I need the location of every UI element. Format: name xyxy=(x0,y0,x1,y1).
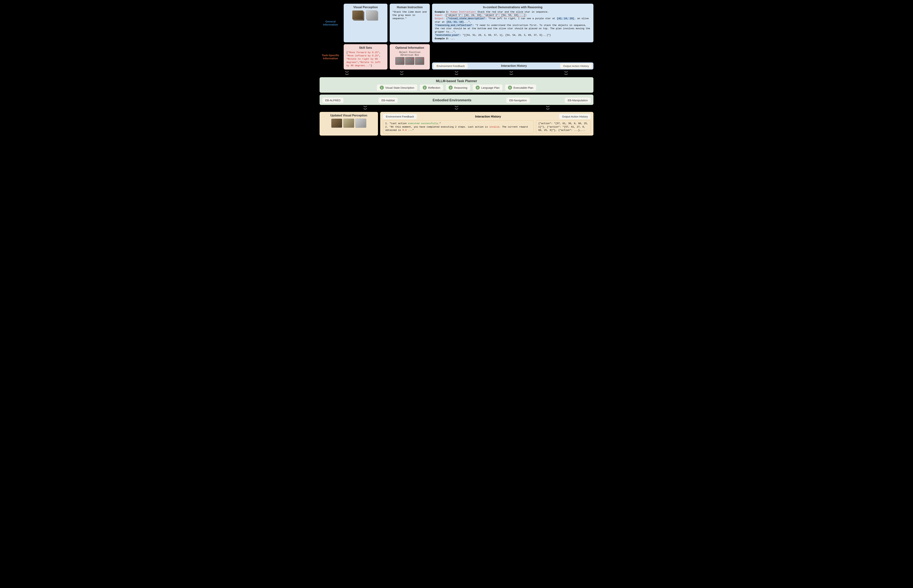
chevron-down-icon: ︾︾ xyxy=(345,71,349,76)
chevron-down-icon: ︾︾ xyxy=(455,71,458,76)
detection-boxes: 1 2 3 xyxy=(392,57,427,65)
demo-hi-label: Human Instruction xyxy=(450,11,475,13)
environments-title: Embodied Environments xyxy=(432,99,471,102)
history-top-col: Environment Feedback Interaction History… xyxy=(432,44,594,69)
feedback-content: 1. "Last action executed successfully." … xyxy=(383,120,534,134)
chevrons-2: ︾︾ ︾︾ ︾︾ xyxy=(319,106,594,111)
row-general: General Information Visual Perception Hu… xyxy=(319,4,594,42)
step-5: 5Executable Plan xyxy=(505,84,536,91)
planner-box: MLLM-based Task Planner 1Visual State De… xyxy=(319,77,594,93)
det-box-2: 2 xyxy=(405,57,414,65)
history-bottom-box: Environment Feedback Interaction History… xyxy=(380,112,594,136)
skill-sets-title: Skill Sets xyxy=(346,46,385,50)
det-box-3: 3 xyxy=(415,57,424,65)
env-feedback-label-top: Environment Feedback xyxy=(434,63,468,69)
human-instruction-title: Human Instruction xyxy=(392,6,427,9)
action-content: {"action": "[57, 61, 30, 0, 60, 25, 1]"}… xyxy=(536,120,591,134)
rr-key: "reasoning_and_reflection" xyxy=(435,24,473,27)
optional-line2: Detection Box xyxy=(392,54,427,57)
optional-line1: Object Position xyxy=(392,51,427,54)
updated-thumbs xyxy=(322,119,375,128)
demo-input-label: Input: xyxy=(435,14,444,16)
history-bottom-header: Environment Feedback Interaction History… xyxy=(383,114,591,119)
ep-key: "executable_plan" xyxy=(435,34,460,37)
interaction-history-top: Environment Feedback Interaction History… xyxy=(432,62,594,69)
history-title-top: Interaction History xyxy=(470,64,558,68)
step-4: 4Language Plan xyxy=(473,84,502,91)
action-history-label-top: Output Action History xyxy=(560,63,592,69)
row-task: Task-Specific Information Skill Sets ["M… xyxy=(319,44,594,69)
chevron-down-icon: ︾︾ xyxy=(546,106,550,111)
env-row: EB-ALFRED EB-Habitat Embodied Environmen… xyxy=(322,98,591,103)
skill-sets-code: ["Move forward by 0.25", "Move leftward … xyxy=(346,51,385,68)
vsd-key: "visual_state_description" xyxy=(448,17,486,20)
step-2: 2Reflection xyxy=(420,84,444,91)
env-feedback-label-bottom: Environment Feedback xyxy=(383,114,417,119)
visual-perception-title: Visual Perception xyxy=(346,6,385,9)
chevrons-1: ︾︾ ︾︾ ︾︾ ︾︾ ︾︾ xyxy=(319,71,594,76)
planner-steps: 1Visual State Description 2Reflection 3R… xyxy=(322,84,591,91)
demonstrations-box: In-context Demonstrations with Reasoning… xyxy=(432,4,594,42)
thumb xyxy=(355,119,366,128)
env-alfred: EB-ALFRED xyxy=(322,98,343,103)
label-general: General Information xyxy=(319,4,342,42)
thumb-stack-1 xyxy=(352,10,365,21)
chevron-down-icon: ︾︾ xyxy=(363,106,367,111)
chevron-down-icon: ︾︾ xyxy=(400,71,403,76)
demo-hi-text: : Stack the red star and the olive star … xyxy=(474,11,549,13)
ex1-label: Example 1: xyxy=(435,11,449,13)
demo-input-text: {'object 1': [42, 24, 19], 'object 2': [… xyxy=(445,14,526,17)
env-navigation: EB-Navigation xyxy=(506,98,530,103)
step-1: 1Visual State Description xyxy=(377,84,417,91)
thumb xyxy=(343,119,354,128)
chevron-down-icon: ︾︾ xyxy=(455,106,458,111)
human-instruction-box: Human Instruction "Stack the lime moon a… xyxy=(390,4,430,42)
diagram-root: General Information Visual Perception Hu… xyxy=(319,4,594,136)
updated-vp-title: Updated Visual Perception xyxy=(322,114,375,117)
environments-box: EB-ALFRED EB-Habitat Embodied Environmen… xyxy=(319,95,594,105)
thumb-stack-2 xyxy=(366,10,379,21)
ex2-label: Example 2: ... xyxy=(435,37,455,40)
optional-info-title: Optional Information xyxy=(392,46,427,50)
demo-output-label: Output: xyxy=(435,17,445,20)
env-habitat: EB-Habitat xyxy=(379,98,398,103)
planner-title: MLLM-based Task Planner xyxy=(322,79,591,83)
row-bottom: Updated Visual Perception Environment Fe… xyxy=(319,112,594,136)
skill-sets-box: Skill Sets ["Move forward by 0.25", "Mov… xyxy=(344,44,387,69)
demo-content: Example 1: Human Instruction: Stack the … xyxy=(435,10,591,40)
action-history-label-bottom: Output Action History xyxy=(559,114,591,119)
step-3: 3Reasoning xyxy=(446,84,470,91)
perception-thumbs xyxy=(346,10,385,21)
label-task: Task-Specific Information xyxy=(319,44,342,69)
human-instruction-text: "Stack the lime moon and the gray moon i… xyxy=(392,10,427,21)
chevron-down-icon: ︾︾ xyxy=(510,71,513,76)
demonstrations-title: In-context Demonstrations with Reasoning xyxy=(435,6,591,9)
env-manipulation: EB-Manipulation xyxy=(565,98,591,103)
optional-info-box: Optional Information Object Position Det… xyxy=(390,44,430,69)
thumb xyxy=(331,119,342,128)
det-box-1: 1 xyxy=(395,57,405,65)
visual-perception-box: Visual Perception xyxy=(344,4,387,42)
updated-vp-box: Updated Visual Perception xyxy=(319,112,378,136)
history-title-bottom: Interaction History xyxy=(419,115,557,118)
chevron-down-icon: ︾︾ xyxy=(564,71,568,76)
